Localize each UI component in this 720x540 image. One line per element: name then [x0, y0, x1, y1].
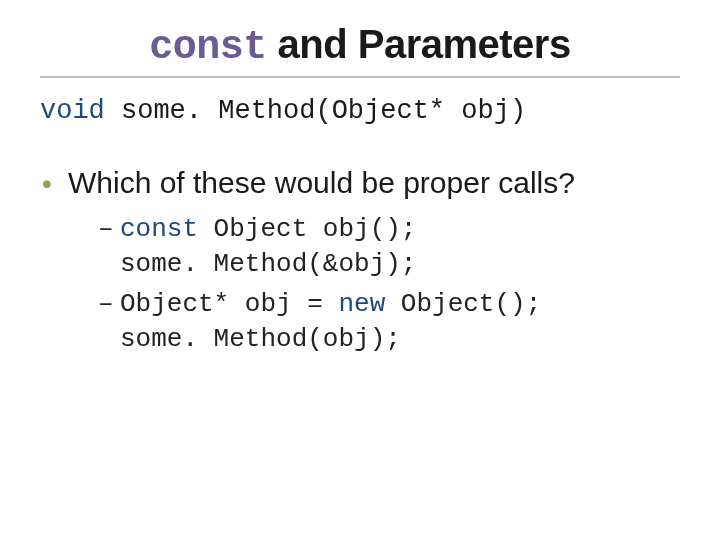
slide: const and Parameters void some. Method(O… [0, 0, 720, 540]
bullet-list: Which of these would be proper calls? co… [40, 164, 680, 357]
option-1-rest: Object obj(); [198, 214, 416, 244]
option-1: const Object obj(); some. Method(&obj); [98, 212, 680, 282]
return-type: void [40, 96, 105, 126]
signature-rest: some. Method(Object* obj) [105, 96, 526, 126]
title-keyword: const [149, 25, 267, 70]
option-2-kw: new [338, 289, 385, 319]
option-2: Object* obj = new Object(); some. Method… [98, 287, 680, 357]
option-1-line2: some. Method(&obj); [120, 247, 680, 282]
slide-title: const and Parameters [40, 22, 680, 70]
question-text: Which of these would be proper calls? [68, 166, 575, 199]
title-rest: and Parameters [267, 22, 571, 66]
option-2-pre: Object* obj = [120, 289, 338, 319]
function-signature: void some. Method(Object* obj) [40, 96, 680, 126]
option-2-line2: some. Method(obj); [120, 322, 680, 357]
option-2-post: Object(); [385, 289, 541, 319]
question-bullet: Which of these would be proper calls? co… [40, 164, 680, 357]
title-divider [40, 76, 680, 78]
option-1-kw: const [120, 214, 198, 244]
options-list: const Object obj(); some. Method(&obj); … [68, 212, 680, 356]
